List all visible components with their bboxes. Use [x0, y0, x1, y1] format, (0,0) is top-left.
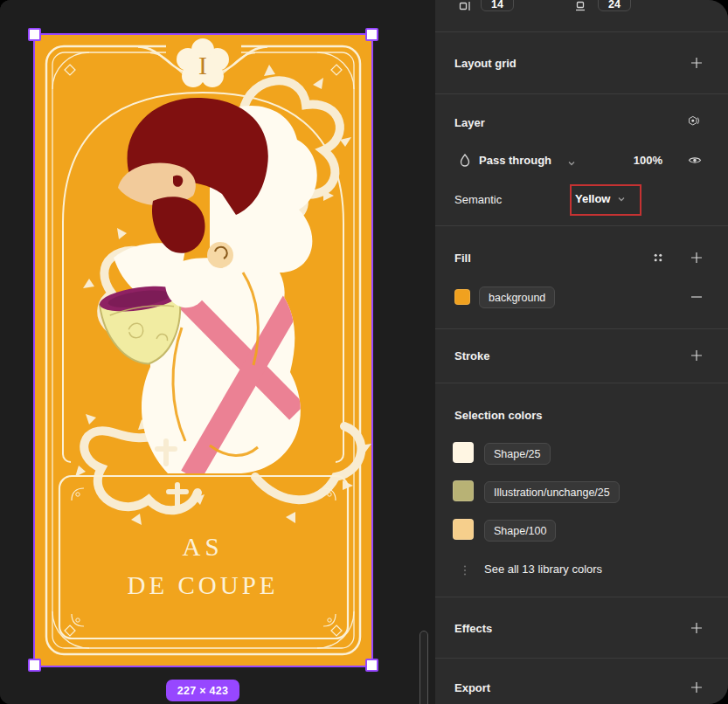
- properties-panel: 14 24 Layout grid Layer: [435, 0, 728, 704]
- card-numeral: I: [198, 51, 207, 79]
- add-layout-grid-button[interactable]: [690, 56, 704, 70]
- add-fill-button[interactable]: [690, 251, 704, 265]
- tarot-card-art: I AS DE COUPE: [35, 35, 371, 666]
- fill-variable-chip[interactable]: background: [479, 286, 555, 308]
- add-effect-button[interactable]: [690, 621, 704, 635]
- layer-opacity-input[interactable]: 100%: [610, 154, 662, 167]
- effects-heading: Effects: [454, 622, 492, 635]
- selection-color-swatch[interactable]: [453, 442, 474, 463]
- resize-handle-bottom-right[interactable]: [365, 659, 378, 672]
- fill-heading: Fill: [454, 252, 471, 265]
- chevron-down-icon: [565, 156, 579, 170]
- four-dot-styles-icon[interactable]: [651, 251, 665, 265]
- figma-window: I AS DE COUPE 227 × 4: [0, 0, 728, 704]
- stroke-heading: Stroke: [454, 349, 489, 362]
- tarot-card-frame[interactable]: I AS DE COUPE: [35, 35, 371, 666]
- card-title-line1: AS: [182, 533, 223, 561]
- resize-handle-top-left[interactable]: [28, 28, 41, 41]
- remove-fill-button[interactable]: [690, 290, 704, 304]
- fill-color-swatch[interactable]: [454, 289, 470, 305]
- add-export-button[interactable]: [690, 680, 704, 694]
- layout-grid-heading: Layout grid: [454, 57, 517, 70]
- card-title-line2: DE COUPE: [128, 571, 279, 599]
- add-stroke-button[interactable]: [690, 349, 704, 362]
- layer-styles-icon[interactable]: [687, 114, 701, 128]
- selection-color-chip[interactable]: Shape/25: [484, 443, 551, 465]
- blend-mode-value: Pass through: [479, 154, 551, 167]
- blend-droplet-icon[interactable]: [458, 153, 472, 167]
- selection-color-swatch[interactable]: [453, 519, 474, 540]
- selection-size-badge: 227 × 423: [166, 680, 239, 701]
- export-heading: Export: [454, 681, 490, 694]
- canvas[interactable]: I AS DE COUPE 227 × 4: [0, 0, 435, 704]
- see-all-library-colors-link[interactable]: See all 13 library colors: [484, 563, 602, 576]
- selection-color-name: Shape/25: [494, 448, 541, 460]
- vertical-padding-input[interactable]: 24: [598, 0, 631, 11]
- blend-mode-dropdown[interactable]: Pass through: [479, 154, 551, 167]
- fill-variable-name: background: [489, 292, 545, 304]
- selection-color-chip[interactable]: Illustration/unchange/25: [484, 481, 620, 503]
- canvas-scrollbar[interactable]: [419, 631, 428, 704]
- resize-handle-bottom-left[interactable]: [28, 659, 41, 672]
- semantic-label: Semantic: [454, 193, 502, 206]
- vertical-padding-icon: [573, 0, 587, 13]
- layer-opacity-value: 100%: [634, 154, 662, 167]
- semantic-highlight-annotation: [570, 184, 641, 216]
- selection-color-swatch[interactable]: [453, 480, 474, 501]
- eye-icon[interactable]: [688, 153, 702, 167]
- selection-color-name: Shape/100: [494, 525, 546, 537]
- resize-handle-top-right[interactable]: [365, 28, 378, 41]
- selection-color-name: Illustration/unchange/25: [494, 487, 610, 499]
- selection-colors-heading: Selection colors: [454, 409, 542, 422]
- selection-color-chip[interactable]: Shape/100: [484, 520, 556, 542]
- horizontal-padding-icon: [458, 0, 472, 13]
- vertical-padding-value: 24: [608, 0, 621, 10]
- dots-vertical-icon: [458, 563, 472, 577]
- horizontal-padding-value: 14: [491, 0, 503, 10]
- horizontal-padding-input[interactable]: 14: [481, 0, 514, 11]
- layer-heading: Layer: [454, 116, 485, 129]
